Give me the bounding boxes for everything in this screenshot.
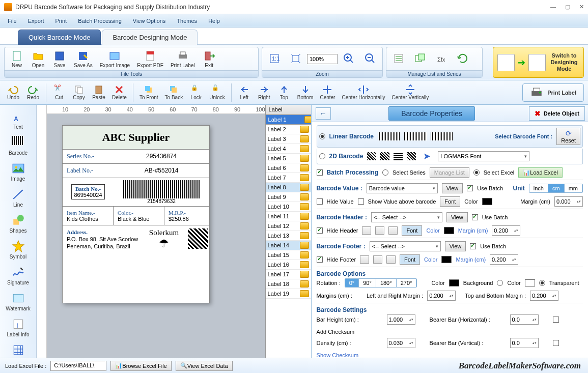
color-swatch[interactable] (449, 279, 459, 286)
list-item[interactable]: Label 17 (266, 270, 311, 279)
color-swatch[interactable] (525, 279, 535, 286)
menu-file[interactable]: File (3, 16, 21, 25)
color-swatch[interactable] (444, 227, 454, 234)
tab-designing-mode[interactable]: Barcode Designing Mode (102, 30, 198, 45)
exit-button[interactable]: Exit (199, 49, 219, 69)
minimize-icon[interactable]: — (550, 4, 556, 10)
radio-linear[interactable] (319, 133, 325, 139)
pencil-icon[interactable] (300, 203, 309, 210)
manage-series-button[interactable] (410, 51, 430, 66)
rotation-toggle[interactable]: 0°90°180°270° (345, 278, 417, 288)
font-btn[interactable]: Font (440, 196, 460, 207)
tab-quick-mode[interactable]: Quick Barcode Mode (18, 30, 101, 45)
radio-series[interactable] (382, 169, 388, 176)
pencil-icon[interactable] (300, 213, 309, 220)
view-btn[interactable]: View (446, 212, 468, 222)
new-button[interactable]: New (7, 49, 27, 69)
list-item[interactable]: Label 10 (266, 202, 311, 212)
redo-button[interactable]: Redo (24, 83, 42, 101)
list-item[interactable]: Label 7 (266, 173, 311, 183)
align-left-button[interactable]: Left (235, 83, 254, 101)
list-item[interactable]: Label 13 (266, 231, 311, 241)
chk-hideval[interactable] (317, 198, 323, 205)
pencil-icon[interactable] (300, 261, 309, 268)
view-btn[interactable]: View (442, 183, 463, 193)
manage-list-btn[interactable]: Manage List (430, 167, 469, 178)
lr-margin-input[interactable]: 0.200 (427, 291, 456, 301)
delete-object-button[interactable]: ✖Delete Object (529, 106, 585, 121)
chk-showck[interactable] (553, 340, 559, 346)
radio-2d[interactable] (319, 153, 325, 159)
list-item[interactable]: Label 16 (266, 260, 311, 270)
unlock-button[interactable]: 🔓Unlock (207, 83, 228, 101)
manage-list-button[interactable] (388, 51, 409, 66)
list-item[interactable]: Label 11 (266, 212, 311, 221)
center-v-button[interactable]: Center Vertically (389, 83, 432, 101)
pencil-icon[interactable] (300, 184, 309, 191)
pencil-icon[interactable] (300, 242, 309, 249)
chk-usebatch[interactable] (467, 185, 473, 191)
view-excel-button[interactable]: 🔍 View Excel Data (176, 361, 233, 371)
export-pdf-button[interactable]: Export PDF (134, 49, 166, 69)
menu-help[interactable]: Help (204, 16, 225, 25)
footer-select[interactable]: <-- Select --> (370, 241, 441, 251)
barcode-value-select[interactable]: Barcode value (367, 183, 438, 193)
pencil-icon[interactable] (300, 145, 309, 152)
chk-hideheader[interactable] (317, 227, 323, 234)
center-h-button[interactable]: Center Horizontally (339, 83, 387, 101)
list-item[interactable]: Label 1 (266, 114, 311, 125)
to-front-button[interactable]: To Front (137, 83, 161, 101)
radio-transparent[interactable] (539, 280, 545, 286)
refresh-list-button[interactable] (453, 51, 473, 66)
align-icon[interactable] (386, 255, 396, 264)
tool-signature[interactable]: Signature (0, 263, 36, 289)
pencil-icon[interactable] (300, 251, 309, 259)
copy-button[interactable]: Copy (70, 83, 88, 101)
align-icon[interactable] (373, 255, 382, 264)
radio-excel[interactable] (473, 169, 480, 176)
tool-grid[interactable]: Grid (0, 340, 36, 358)
menu-print[interactable]: Print (51, 16, 72, 25)
pencil-icon[interactable] (300, 164, 309, 171)
pencil-icon[interactable] (300, 222, 309, 229)
bearer-v-input[interactable]: 0.0 (510, 338, 539, 348)
save-button[interactable]: Save (49, 49, 70, 69)
menu-batch[interactable]: Batch Processing (73, 16, 126, 25)
list-item[interactable]: Label 8 (266, 183, 311, 192)
pencil-icon[interactable] (300, 193, 309, 200)
list-item[interactable]: Label 6 (266, 163, 311, 173)
tool-image[interactable]: Image (0, 159, 36, 185)
header-margin-input[interactable]: 0.200 (492, 225, 520, 236)
path-input[interactable]: C:\Users\IBALL\ (50, 361, 106, 371)
font-btn[interactable]: Font (402, 225, 422, 236)
menu-export[interactable]: Export (23, 16, 49, 25)
list-item[interactable]: Label 14 (266, 241, 311, 250)
list-item[interactable]: Label 9 (266, 192, 311, 202)
to-back-button[interactable]: To Back (162, 83, 186, 101)
bar-height-input[interactable]: 1.000 (387, 314, 415, 325)
menu-themes[interactable]: Themes (172, 16, 202, 25)
tool-text[interactable]: AText (0, 107, 36, 133)
header-select[interactable]: <-- Select --> (371, 212, 442, 222)
tool-symbol[interactable]: Symbol (0, 237, 36, 263)
color-swatch[interactable] (482, 198, 492, 205)
align-top-button[interactable]: Top (275, 83, 293, 101)
color-swatch[interactable] (441, 256, 452, 263)
view-btn[interactable]: View (445, 241, 466, 251)
chk-showabove[interactable] (358, 198, 364, 205)
pencil-icon[interactable] (300, 155, 309, 162)
zoom-out-button[interactable] (360, 51, 380, 66)
center-button[interactable]: Center (317, 83, 338, 101)
density-input[interactable]: 0.030 (387, 338, 415, 348)
chk-hidefooter[interactable] (317, 256, 323, 263)
pencil-icon[interactable] (304, 116, 311, 123)
export-image-button[interactable]: Export Image (97, 49, 133, 69)
list-item[interactable]: Label 18 (266, 279, 311, 289)
zoom-extent-button[interactable] (286, 51, 306, 66)
bearer-h-input[interactable]: 0.0 (510, 314, 539, 325)
align-icon[interactable] (388, 226, 398, 235)
unit-toggle[interactable]: inchcmmm (529, 184, 583, 193)
align-right-button[interactable]: Right (255, 83, 273, 101)
maximize-icon[interactable]: ▢ (565, 4, 570, 10)
margin-value-input[interactable]: 0.000 (554, 196, 583, 207)
